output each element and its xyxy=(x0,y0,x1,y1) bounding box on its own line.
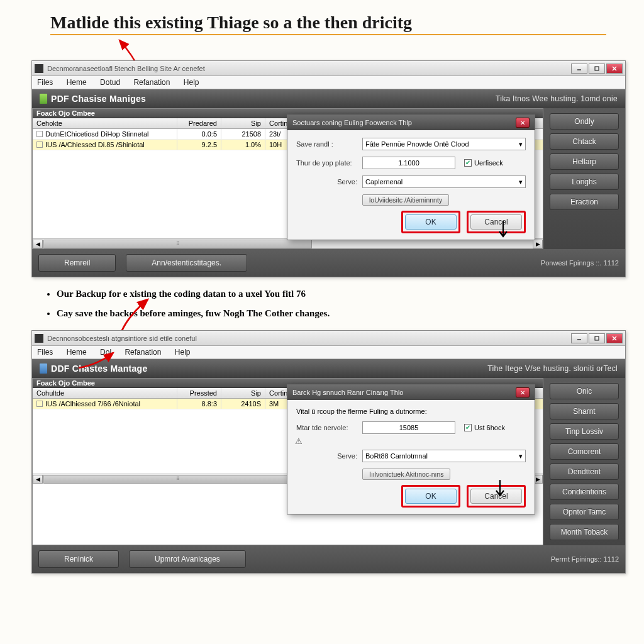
cell: IUS /A/Chiessed Di.85 /Shiniotal xyxy=(45,141,145,148)
side-button[interactable]: Ondly xyxy=(550,113,619,130)
dialog-message: Vital û rcoup the flerme Fuling a dutnor… xyxy=(296,408,526,415)
nervole-input[interactable] xyxy=(362,421,455,434)
cell: IUS /AClhiessed 7/66 /6Nniotal xyxy=(45,400,140,408)
col-1[interactable]: Predared xyxy=(177,118,221,128)
side-button[interactable]: Longhs xyxy=(550,174,619,190)
side-button[interactable]: Hellarp xyxy=(550,153,619,170)
band-icon xyxy=(40,364,47,374)
dialog-close-button[interactable]: ✕ xyxy=(516,387,530,397)
chevron-down-icon: ▾ xyxy=(519,452,523,460)
dialog-title: Soctuars coning Euling Foowenck Thlp xyxy=(292,119,412,126)
row-icon xyxy=(36,131,43,137)
footer-button-2[interactable]: Ann/estenticstitages. xyxy=(126,254,247,272)
select-value: Fâte Pennüe Pnowde Ontê Clood xyxy=(365,140,469,148)
cell: 2410S xyxy=(221,399,265,409)
titlebar[interactable]: Decnnonsobcesteslı atgnsintiore sid etil… xyxy=(32,331,625,346)
serve-select[interactable]: Caplernenal▾ xyxy=(362,175,526,188)
scroll-left-button[interactable]: ◀ xyxy=(33,240,43,248)
plate-input[interactable] xyxy=(362,157,455,169)
col-2[interactable]: Sip xyxy=(221,118,265,128)
nervole-label: Mtar tde nervole: xyxy=(296,424,362,431)
menu-files[interactable]: Files xyxy=(37,78,53,87)
titlebar[interactable]: Decnmoranaseetloafl 5tench Belling Site … xyxy=(32,61,625,76)
menu-files[interactable]: Files xyxy=(37,348,53,357)
checkbox[interactable]: ✔ xyxy=(464,424,472,431)
ok-button[interactable]: OK xyxy=(405,489,457,504)
band-title: PDF Chasise Maniges xyxy=(51,94,146,104)
side-button[interactable]: Dendttent xyxy=(550,464,619,480)
side-panel: Onic Sharnt Tinp Lossiv Comorent Dendtte… xyxy=(543,378,625,545)
dialog-titlebar[interactable]: Soctuars coning Euling Foowenck Thlp ✕ xyxy=(287,115,535,130)
chevron-down-icon: ▾ xyxy=(519,178,523,186)
scroll-thumb[interactable]: ⠿ xyxy=(43,240,312,248)
serve-label: Serve: xyxy=(296,452,362,460)
maximize-button[interactable] xyxy=(589,333,605,343)
menu-home[interactable]: Heme xyxy=(67,348,87,357)
scroll-right-button[interactable]: ▶ xyxy=(533,240,543,248)
app-window-1: Decnmoranaseetloafl 5tench Belling Site … xyxy=(31,60,626,277)
checkbox-label: Uerfiseck xyxy=(474,159,503,167)
side-button[interactable]: Sharnt xyxy=(550,403,619,419)
close-button[interactable] xyxy=(606,64,623,74)
serve-select[interactable]: BoRt88 Carnlotmnal▾ xyxy=(362,450,526,462)
band-subtitle: Tika Itnos Wee husting. 1omd onie xyxy=(496,94,618,103)
save-select[interactable]: Fâte Pennüe Pnowde Ontê Clood▾ xyxy=(362,138,526,150)
status-text: Ponwest Fpinngs ::. 1112 xyxy=(541,259,619,267)
cancel-button[interactable]: Cancel xyxy=(470,214,522,230)
menu-help[interactable]: Help xyxy=(184,78,199,87)
side-button[interactable]: Opntor Tamc xyxy=(550,504,619,520)
minimize-button[interactable] xyxy=(571,64,587,74)
backup-dialog[interactable]: Barck Hg snnuch Ranır Cinarıg Thlo ✕ Vit… xyxy=(287,384,535,514)
advanced-button[interactable]: loUviidesitc /Aitieminnnty xyxy=(362,194,449,206)
side-button[interactable]: Month Toback xyxy=(550,524,619,540)
col-1[interactable]: Pressted xyxy=(177,388,221,398)
plate-label: Thur de yop plate: xyxy=(296,159,362,167)
cell: 0.0:5 xyxy=(177,129,221,139)
cell: 9.2.5 xyxy=(177,140,221,150)
serve-label: Serve: xyxy=(296,178,362,186)
cell: 8.8:3 xyxy=(177,399,221,409)
menu-home[interactable]: Heme xyxy=(67,78,87,87)
side-button[interactable]: Condientions xyxy=(550,484,619,500)
menu-refanation[interactable]: Refanation xyxy=(133,78,170,87)
menu-dotud[interactable]: Dotud xyxy=(100,78,120,87)
warning-icon: ⚠ xyxy=(295,436,303,446)
checkbox[interactable]: ✔ xyxy=(464,159,472,167)
scroll-left-button[interactable]: ◀ xyxy=(33,475,43,484)
section-band: PDF Chasise Maniges Tika Itnos Wee husti… xyxy=(32,89,625,108)
side-button[interactable]: Chtack xyxy=(550,133,619,150)
side-button[interactable]: Onic xyxy=(550,383,619,399)
col-0[interactable]: Cehokte xyxy=(33,118,177,128)
maximize-button[interactable] xyxy=(589,64,605,74)
footer-button-1[interactable]: Reninick xyxy=(38,550,119,568)
save-dialog[interactable]: Soctuars coning Euling Foowenck Thlp ✕ S… xyxy=(287,114,535,240)
side-button[interactable]: Tinp Lossiv xyxy=(550,423,619,440)
col-2[interactable]: Sip xyxy=(221,388,265,398)
dialog-titlebar[interactable]: Barck Hg snnuch Ranır Cinarıg Thlo ✕ xyxy=(287,385,535,400)
menu-dol[interactable]: Dol xyxy=(100,348,111,357)
side-button[interactable]: Eraction xyxy=(550,194,619,210)
menu-bar: Files Heme Dotud Refanation Help xyxy=(32,76,625,89)
menu-refanation[interactable]: Refanation xyxy=(125,348,161,357)
minimize-button[interactable] xyxy=(571,333,587,343)
cancel-button[interactable]: Cancel xyxy=(470,489,522,504)
close-button[interactable] xyxy=(606,333,623,343)
section-band: DDF Chastes Mantage Tihe Itege V/se hust… xyxy=(32,359,625,378)
footer-button-1[interactable]: Remreil xyxy=(38,254,116,272)
side-panel: Ondly Chtack Hellarp Longhs Eraction xyxy=(543,108,625,249)
dialog-close-button[interactable]: ✕ xyxy=(516,118,530,128)
ok-button[interactable]: OK xyxy=(405,214,457,230)
footer-button-2[interactable]: Upmrot Avanicages xyxy=(129,550,246,568)
app-title: Decnmoranaseetloafl 5tench Belling Site … xyxy=(47,65,205,72)
save-label: Save randl : xyxy=(296,140,362,148)
scroll-thumb[interactable]: ⠿ xyxy=(43,475,312,484)
advanced-button[interactable]: Iıılvonictuek Akitınoc-nıns xyxy=(362,469,450,480)
col-0[interactable]: Cohultde xyxy=(33,388,177,398)
status-text: Perrnt Fpinings:: 1112 xyxy=(551,555,619,563)
band-title: DDF Chastes Mantage xyxy=(51,364,148,374)
list-item: Our Backup for e xisting the coding data… xyxy=(57,289,631,299)
side-button[interactable]: Comorent xyxy=(550,443,619,460)
instruction-list: Our Backup for e xisting the coding data… xyxy=(57,289,631,319)
svg-rect-3 xyxy=(595,336,599,340)
menu-help[interactable]: Help xyxy=(175,348,191,357)
